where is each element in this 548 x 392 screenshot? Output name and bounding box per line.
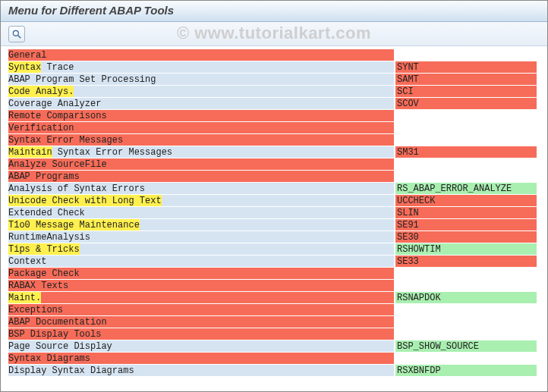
tcode-cell: [395, 268, 537, 280]
menu-item-label[interactable]: ABAP Documentation: [8, 316, 394, 328]
table-row[interactable]: Code Analys.SCI: [8, 86, 547, 98]
menu-item-label[interactable]: ABAP Programs: [8, 171, 394, 183]
tcode-cell: [395, 49, 537, 61]
table-row[interactable]: Extended CheckSLIN: [8, 207, 547, 219]
menu-item-label[interactable]: Syntax Diagrams: [8, 353, 394, 365]
table-row[interactable]: ContextSE33: [8, 256, 547, 268]
label-text: Display Syntax Diagrams: [8, 365, 134, 376]
tcode-cell: [395, 328, 537, 340]
table-row[interactable]: ABAP Programs: [8, 171, 547, 183]
label-text: Verification: [8, 123, 74, 133]
tcode-cell: [395, 158, 537, 171]
tcode-cell[interactable]: SM31: [395, 146, 537, 158]
tcode-cell[interactable]: RSXBNFDP: [395, 365, 537, 377]
menu-grid: GeneralSyntax TraceSYNTABAP Program Set …: [1, 49, 547, 377]
search-button[interactable]: [8, 26, 25, 42]
table-row[interactable]: T1o0 Message MaintenanceSE91: [8, 219, 547, 231]
menu-item-label[interactable]: Syntax Error Messages: [8, 134, 394, 146]
menu-item-label[interactable]: Maint.: [8, 292, 394, 304]
table-row[interactable]: Maintain Syntax Error MessagesSM31: [8, 146, 547, 158]
tcode-cell[interactable]: SE30: [395, 231, 537, 243]
tcode-cell[interactable]: RS_ABAP_ERROR_ANALYZE: [395, 183, 537, 195]
menu-item-label[interactable]: T1o0 Message Maintenance: [8, 219, 394, 231]
tcode-cell[interactable]: UCCHECK: [395, 195, 537, 207]
table-row[interactable]: BSP Display Tools: [8, 328, 547, 340]
tcode-cell[interactable]: SCI: [395, 86, 537, 98]
tcode-cell[interactable]: SE91: [395, 219, 537, 231]
tcode-cell[interactable]: SLIN: [395, 207, 537, 219]
label-text: RuntimeAnalysis: [8, 232, 90, 243]
table-row[interactable]: Syntax Diagrams: [8, 353, 547, 365]
menu-item-label[interactable]: Coverage Analyzer: [8, 98, 394, 110]
table-row[interactable]: Maint.RSNAPDOK: [8, 292, 547, 304]
menu-item-label[interactable]: Extended Check: [8, 207, 394, 219]
menu-item-label[interactable]: Analyze SourceFile: [8, 158, 394, 171]
tcode-cell[interactable]: SAMT: [395, 74, 537, 86]
menu-item-label[interactable]: Unicode Check with Long Text: [8, 195, 394, 207]
highlight-text: Code Analys.: [8, 86, 74, 97]
table-row[interactable]: Tips & TricksRSHOWTIM: [8, 243, 547, 256]
tcode-cell: [395, 280, 537, 292]
label-text: RABAX Texts: [8, 281, 68, 291]
label-text: Package Check: [8, 268, 80, 279]
table-row[interactable]: Package Check: [8, 268, 547, 280]
label-text: Syntax Error Messages: [8, 135, 123, 146]
highlight-text: T1o0 Message Maintenance: [8, 219, 140, 230]
table-row[interactable]: Coverage AnalyzerSCOV: [8, 98, 547, 110]
table-row[interactable]: Remote Comparisons: [8, 110, 547, 122]
toolbar: [1, 22, 547, 46]
tcode-cell[interactable]: SCOV: [395, 98, 537, 110]
tcode-cell[interactable]: RSHOWTIM: [395, 243, 537, 256]
label-text: Coverage Analyzer: [8, 99, 101, 109]
svg-point-0: [13, 30, 18, 36]
highlight-text: Maint.: [8, 292, 41, 303]
menu-item-label[interactable]: Page Source Display: [8, 340, 394, 353]
window-title: Menu for Different ABAP Tools: [1, 1, 547, 22]
tcode-cell[interactable]: RSNAPDOK: [395, 292, 537, 304]
menu-item-label[interactable]: BSP Display Tools: [8, 328, 394, 340]
menu-item-label[interactable]: Analysis of Syntax Errors: [8, 183, 394, 195]
menu-item-label[interactable]: Tips & Tricks: [8, 243, 394, 256]
table-row[interactable]: Verification: [8, 122, 547, 134]
label-text: ABAP Programs: [8, 171, 80, 182]
tcode-cell[interactable]: SYNT: [395, 61, 537, 74]
table-row[interactable]: ABAP Program Set ProcessingSAMT: [8, 74, 547, 86]
menu-item-label[interactable]: Context: [8, 256, 394, 268]
table-row[interactable]: Exceptions: [8, 304, 547, 316]
menu-item-label[interactable]: RuntimeAnalysis: [8, 231, 394, 243]
table-row[interactable]: Syntax Error Messages: [8, 134, 547, 146]
tcode-cell[interactable]: BSP_SHOW_SOURCE: [395, 340, 537, 353]
label-text: General: [8, 50, 46, 61]
menu-item-label[interactable]: Code Analys.: [8, 86, 394, 98]
svg-line-1: [18, 35, 21, 38]
menu-item-label[interactable]: Package Check: [8, 268, 394, 280]
label-text: Trace: [41, 62, 74, 73]
tcode-cell[interactable]: SE33: [395, 256, 537, 268]
menu-item-label[interactable]: General: [8, 49, 394, 61]
tcode-cell: [395, 316, 537, 328]
table-row[interactable]: Analysis of Syntax ErrorsRS_ABAP_ERROR_A…: [8, 183, 547, 195]
table-row[interactable]: Analyze SourceFile: [8, 158, 547, 171]
menu-item-label[interactable]: ABAP Program Set Processing: [8, 74, 394, 86]
menu-item-label[interactable]: Syntax Trace: [8, 61, 394, 74]
label-text: Syntax Diagrams: [8, 353, 90, 364]
table-row[interactable]: ABAP Documentation: [8, 316, 547, 328]
menu-item-label[interactable]: Maintain Syntax Error Messages: [8, 146, 394, 158]
table-row[interactable]: RuntimeAnalysisSE30: [8, 231, 547, 243]
menu-item-label[interactable]: Display Syntax Diagrams: [8, 365, 394, 377]
table-row[interactable]: Syntax TraceSYNT: [8, 61, 547, 74]
label-text: BSP Display Tools: [8, 329, 101, 340]
highlight-text: Tips & Tricks: [8, 243, 80, 255]
label-text: Context: [8, 256, 46, 267]
menu-item-label[interactable]: Verification: [8, 122, 394, 134]
table-row[interactable]: Page Source DisplayBSP_SHOW_SOURCE: [8, 340, 547, 353]
table-row[interactable]: Display Syntax DiagramsRSXBNFDP: [8, 365, 547, 377]
menu-item-label[interactable]: Remote Comparisons: [8, 110, 394, 122]
menu-item-label[interactable]: Exceptions: [8, 304, 394, 316]
menu-item-label[interactable]: RABAX Texts: [8, 280, 394, 292]
highlight-text: Unicode Check with Long Text: [8, 195, 162, 206]
table-row[interactable]: Unicode Check with Long TextUCCHECK: [8, 195, 547, 207]
table-row[interactable]: RABAX Texts: [8, 280, 547, 292]
label-text: Extended Check: [8, 208, 85, 218]
table-row[interactable]: General: [8, 49, 547, 61]
